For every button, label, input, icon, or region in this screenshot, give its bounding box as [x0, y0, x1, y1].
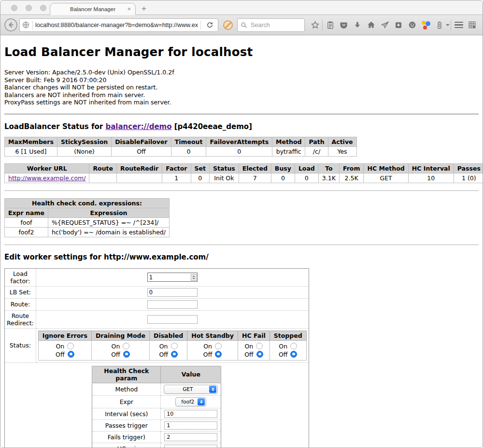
- expr-value: hc('body') =~ /domain is established/: [48, 227, 169, 237]
- bookmark-star-icon[interactable]: [309, 19, 321, 31]
- inherit-notice-line: Balancers are NOT inherited from main se…: [4, 91, 479, 99]
- table-row: 6 [1 Used] (None) Off 0 0 bytraffic /c/ …: [5, 146, 357, 156]
- worker-status-table: Worker URL Route RouteRedir Factor Set S…: [4, 163, 483, 183]
- health-check-expressions-table: Health check cond. expressions: Expr nam…: [4, 198, 170, 237]
- server-version-line: Server Version: Apache/2.5.0-dev (Unix) …: [4, 69, 479, 76]
- off-label: Off: [111, 350, 120, 359]
- close-window-button[interactable]: [11, 5, 17, 11]
- on-label: On: [279, 342, 287, 350]
- worker-url-link[interactable]: http://www.example.com/: [8, 174, 85, 182]
- table-header-row: MaxMembers StickySession DisableFailover…: [5, 137, 357, 146]
- radio-stopped-on[interactable]: [290, 343, 297, 349]
- color-dots-extension-icon[interactable]: [420, 19, 432, 31]
- load-factor-label: Load factor:: [5, 268, 36, 286]
- on-label: On: [112, 342, 120, 350]
- lb-status-heading: LoadBalancer Status for balancer://demo …: [4, 122, 479, 131]
- radio-draining-mode-on[interactable]: [123, 343, 129, 349]
- apps-grid-icon[interactable]: [466, 19, 479, 31]
- extension-dropdown-caret-icon[interactable]: [446, 24, 450, 26]
- fails-input[interactable]: [164, 433, 217, 441]
- divider: [4, 114, 479, 115]
- table-row: http://www.example.com/ 1 0 Init Ok 7 0 …: [5, 173, 483, 183]
- tab-close-icon[interactable]: ×: [127, 6, 131, 12]
- table-row: foof2 hc('body') =~ /domain is establish…: [5, 227, 170, 237]
- site-identity-globe-icon[interactable]: [22, 21, 30, 29]
- downloads-icon[interactable]: [351, 19, 364, 31]
- expr-name: foof2: [5, 227, 48, 237]
- reading-list-clipboard-icon[interactable]: [324, 19, 337, 31]
- minimize-window-button[interactable]: [26, 5, 32, 11]
- reload-button[interactable]: [203, 19, 216, 31]
- url-text[interactable]: localhost:8880/balancer-manager?b=demo&w…: [35, 22, 198, 29]
- table-row: Expr foof2: [92, 395, 221, 408]
- passes-input[interactable]: [164, 421, 217, 430]
- method-select[interactable]: GET: [164, 385, 218, 394]
- load-factor-input[interactable]: [147, 273, 198, 282]
- toolbar-icons: [309, 19, 479, 31]
- route-input[interactable]: [147, 300, 198, 309]
- radio-hc-fail-off[interactable]: [256, 351, 263, 358]
- number-stepper-icon[interactable]: [191, 274, 197, 281]
- battery-list-extension-icon[interactable]: [433, 19, 446, 31]
- select-stepper-icon: [198, 398, 205, 405]
- proxypass-notice-line: ProxyPass settings are NOT inherited fro…: [4, 99, 479, 106]
- radio-draining-mode-off[interactable]: [123, 351, 130, 358]
- route-redirect-input[interactable]: [147, 315, 198, 324]
- menu-hamburger-icon[interactable]: [453, 19, 465, 31]
- search-input[interactable]: [250, 21, 298, 29]
- back-arrow-icon: [7, 21, 14, 29]
- server-built-line: Server Built: Feb 9 2016 07:00:20: [4, 76, 479, 84]
- zoom-window-button[interactable]: [40, 5, 46, 11]
- toolbar-separator: [451, 20, 451, 30]
- off-label: Off: [244, 350, 253, 359]
- tab-bar: Balancer Manager × +: [0, 0, 483, 15]
- col-stickysession: StickySession: [57, 137, 111, 146]
- radio-hot-standby-off[interactable]: [215, 351, 222, 358]
- back-button[interactable]: [4, 18, 17, 31]
- col-path: Path: [305, 137, 328, 146]
- col-maxmembers: MaxMembers: [5, 137, 57, 146]
- col-failoverattempts: FailoverAttempts: [206, 137, 272, 146]
- radio-row: On Off On Off On Off: [38, 340, 306, 360]
- table-header-row: Health Check param Value: [92, 366, 221, 383]
- url-bar[interactable]: localhost:8880/balancer-manager?b=demo&w…: [19, 18, 218, 32]
- radio-hot-standby-on[interactable]: [215, 343, 222, 349]
- tab-balancer-manager[interactable]: Balancer Manager ×: [50, 3, 136, 15]
- radio-disabled-on[interactable]: [171, 343, 178, 349]
- health-check-param-table: Health Check param Value Method GET Expr: [92, 366, 221, 448]
- browser-window: Balancer Manager × + localhost:8880/bala…: [0, 0, 483, 448]
- radio-stopped-off[interactable]: [290, 351, 297, 358]
- content-blocker-extension-icon[interactable]: [223, 20, 233, 30]
- radio-ignore-errors-off[interactable]: [68, 351, 74, 358]
- interval-input[interactable]: [164, 410, 217, 418]
- radio-ignore-errors-on[interactable]: [67, 343, 74, 349]
- table-header-row: Ignore Errors Draining Mode Disabled Hot…: [38, 331, 306, 340]
- lb-set-input[interactable]: [147, 288, 198, 297]
- table-row: Interval (secs): [92, 408, 221, 419]
- search-icon: [241, 22, 247, 29]
- radio-disabled-off[interactable]: [171, 351, 178, 358]
- hc-uri-input[interactable]: [164, 445, 217, 448]
- url-separator: [200, 21, 201, 29]
- divider: [4, 245, 479, 245]
- edit-worker-form: Load factor: LB Set: Route: Route Redire…: [4, 268, 309, 448]
- form-row: Load factor:: [5, 268, 309, 286]
- lb-status-suffix: [p4420eeae_demo]: [172, 122, 252, 131]
- radio-hc-fail-on[interactable]: [256, 343, 263, 349]
- expr-value: %{REQUEST_STATUS} =~ /^[234]/: [48, 217, 169, 227]
- send-tab-plane-icon[interactable]: [379, 19, 391, 31]
- pocket-icon[interactable]: [338, 19, 350, 31]
- save-to-box-icon[interactable]: [392, 19, 405, 31]
- off-label: Off: [203, 350, 212, 359]
- select-stepper-icon: [209, 386, 216, 393]
- search-bar[interactable]: [237, 18, 305, 32]
- off-label: Off: [279, 350, 287, 359]
- home-icon[interactable]: [365, 19, 377, 31]
- expr-select[interactable]: foof2: [175, 397, 206, 406]
- feedback-smiley-icon[interactable]: [406, 19, 418, 31]
- balancer-link[interactable]: balancer://demo: [105, 122, 171, 131]
- lb-set-label: LB Set:: [5, 286, 36, 298]
- status-toggle-table: Ignore Errors Draining Mode Disabled Hot…: [38, 331, 307, 361]
- new-tab-button[interactable]: +: [142, 3, 146, 14]
- page-title: Load Balancer Manager for localhost: [4, 45, 479, 59]
